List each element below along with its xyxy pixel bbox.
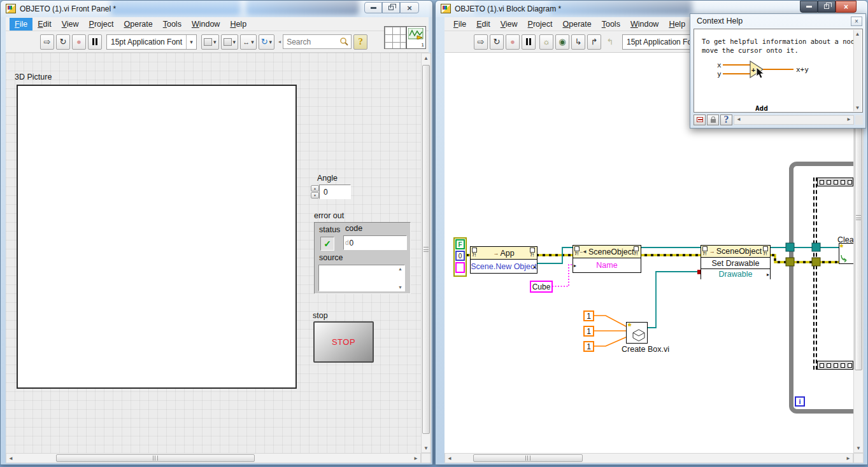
- menu-operate[interactable]: Operate: [119, 18, 158, 31]
- search-box[interactable]: [283, 34, 352, 49]
- resize-grip[interactable]: [421, 453, 431, 463]
- step-out-button[interactable]: ↰: [603, 34, 617, 50]
- sceneobject-setdrawable-node[interactable]: ?! → SceneObject ?! Set Drawable Drawabl…: [701, 245, 771, 279]
- block-diagram-hscrollbar[interactable]: ◄ ►: [445, 453, 853, 463]
- scroll-up-icon[interactable]: ▲: [853, 30, 862, 38]
- menu-edit[interactable]: Edit: [471, 18, 495, 31]
- distribute-objects-dropdown[interactable]: ▾: [221, 34, 239, 50]
- resize-objects-dropdown[interactable]: ↔▾: [240, 34, 257, 50]
- front-panel-hscrollbar[interactable]: ◄ ►: [6, 453, 421, 463]
- restore-button[interactable]: [382, 2, 400, 13]
- menu-project[interactable]: Project: [84, 18, 119, 31]
- front-panel-vscrollbar[interactable]: ▲ ▼: [421, 53, 431, 453]
- detailed-help-button[interactable]: ?: [720, 115, 732, 125]
- boolean-false-constant[interactable]: F: [455, 239, 465, 249]
- align-objects-dropdown[interactable]: ▾: [201, 34, 219, 50]
- vi-icon-button[interactable]: 1: [406, 26, 426, 49]
- context-help-close-button[interactable]: ×: [851, 17, 862, 26]
- scroll-right-icon[interactable]: ►: [411, 454, 420, 463]
- numeric-zero-constant[interactable]: 0: [455, 251, 465, 261]
- reference-tunnel[interactable]: [812, 243, 820, 251]
- context-help-hscrollbar[interactable]: ◄ ►: [734, 115, 854, 125]
- context-help-button[interactable]: ?: [353, 34, 367, 50]
- scroll-right-icon[interactable]: ►: [844, 115, 853, 124]
- angle-input[interactable]: 0: [319, 185, 351, 199]
- scroll-up-icon[interactable]: ▲: [398, 267, 402, 271]
- step-into-button[interactable]: ↳: [571, 34, 585, 50]
- scroll-down-icon[interactable]: ▼: [853, 104, 862, 111]
- close-button[interactable]: ×: [400, 2, 419, 13]
- abort-button[interactable]: ●: [506, 34, 520, 50]
- scroll-down-icon[interactable]: ▼: [398, 285, 402, 289]
- hscroll-thumb[interactable]: [56, 454, 255, 462]
- menu-tools[interactable]: Tools: [158, 18, 187, 31]
- numeric-constant-1[interactable]: 1: [583, 310, 594, 321]
- menu-operate[interactable]: Operate: [558, 18, 597, 31]
- resize-grip[interactable]: [853, 453, 864, 463]
- cube-string-constant[interactable]: Cube: [530, 281, 553, 293]
- minimize-button[interactable]: [800, 1, 818, 13]
- numeric-constant-2[interactable]: 1: [583, 326, 594, 337]
- abort-button[interactable]: ●: [72, 34, 86, 50]
- hscroll-thumb[interactable]: [473, 454, 583, 462]
- clear-node[interactable]: *: [839, 243, 853, 264]
- scroll-left-icon[interactable]: ◄: [445, 454, 454, 463]
- run-button[interactable]: ⇨: [474, 34, 488, 50]
- retain-wire-values-button[interactable]: ◉: [555, 34, 569, 50]
- menu-view[interactable]: View: [495, 18, 523, 31]
- search-input[interactable]: [283, 38, 339, 46]
- stop-button[interactable]: STOP: [313, 321, 374, 363]
- menu-window[interactable]: Window: [187, 18, 225, 31]
- menu-edit[interactable]: Edit: [32, 18, 57, 31]
- step-over-button[interactable]: ↱: [587, 34, 601, 50]
- app-invoke-node[interactable]: ?! → App ?! Scene.New Object ▸: [470, 246, 537, 274]
- lock-help-button[interactable]: [707, 115, 719, 125]
- spin-up-icon[interactable]: ▲: [311, 185, 319, 192]
- property-row[interactable]: ▸ Name: [573, 258, 641, 272]
- create-box-vi-node[interactable]: *: [626, 322, 648, 344]
- menu-project[interactable]: Project: [523, 18, 558, 31]
- scroll-left-icon[interactable]: ◄: [6, 454, 15, 463]
- run-continuous-button[interactable]: ↻: [490, 34, 504, 50]
- scroll-left-icon[interactable]: ◄: [734, 115, 743, 124]
- front-panel-canvas[interactable]: 3D Picture Angle ▲ ▼ 0 error out status …: [6, 53, 421, 453]
- toggle-detailed-help-button[interactable]: [694, 115, 706, 125]
- menu-file[interactable]: File: [10, 18, 32, 31]
- menu-help[interactable]: Help: [225, 18, 252, 31]
- menu-view[interactable]: View: [57, 18, 84, 31]
- numeric-constant-3[interactable]: 1: [583, 341, 594, 352]
- run-continuous-button[interactable]: ↻: [56, 34, 70, 50]
- highlight-execution-button[interactable]: ☼: [539, 34, 553, 50]
- scroll-up-icon[interactable]: ▲: [422, 53, 430, 62]
- error-tunnel[interactable]: [812, 258, 820, 266]
- error-tunnel[interactable]: [786, 258, 794, 266]
- menu-help[interactable]: Help: [664, 18, 690, 31]
- reference-tunnel[interactable]: [786, 243, 794, 251]
- search-collapse-icon[interactable]: ◂: [278, 39, 281, 45]
- 3d-picture-control[interactable]: [17, 85, 297, 389]
- parameter-row[interactable]: Drawable ▸: [701, 268, 770, 279]
- method-row[interactable]: Set Drawable: [701, 258, 770, 268]
- context-help-vscrollbar[interactable]: ▲ ▼: [853, 30, 862, 111]
- error-cluster-constant[interactable]: F 0: [453, 237, 467, 277]
- pause-button[interactable]: [88, 34, 102, 50]
- scroll-down-icon[interactable]: ▼: [854, 443, 863, 452]
- drawable-reference-wire[interactable]: [647, 272, 699, 328]
- scroll-right-icon[interactable]: ►: [844, 454, 853, 463]
- font-selector[interactable]: 15pt Application Font ▾: [106, 34, 197, 50]
- run-button[interactable]: ⇨: [40, 34, 54, 50]
- scroll-down-icon[interactable]: ▼: [422, 443, 430, 452]
- menu-window[interactable]: Window: [625, 18, 664, 31]
- minimize-button[interactable]: [364, 2, 382, 13]
- resize-grid-icon[interactable]: [384, 26, 406, 49]
- loop-iteration-terminal[interactable]: i: [795, 396, 805, 407]
- status-led[interactable]: ✓: [320, 237, 334, 251]
- front-panel-titlebar[interactable]: OBJETO (1).vi Front Panel * ×: [1, 1, 432, 17]
- sceneobject-name-node[interactable]: ?! –◄ SceneObject ?! ▸ Name: [573, 245, 641, 273]
- empty-string-constant[interactable]: [455, 262, 465, 273]
- pause-button[interactable]: [522, 34, 536, 50]
- vscroll-thumb[interactable]: [422, 65, 430, 434]
- reorder-dropdown[interactable]: ↻▾: [259, 34, 274, 50]
- source-field[interactable]: ▲ ▼: [318, 265, 405, 291]
- resize-grip[interactable]: [855, 115, 863, 125]
